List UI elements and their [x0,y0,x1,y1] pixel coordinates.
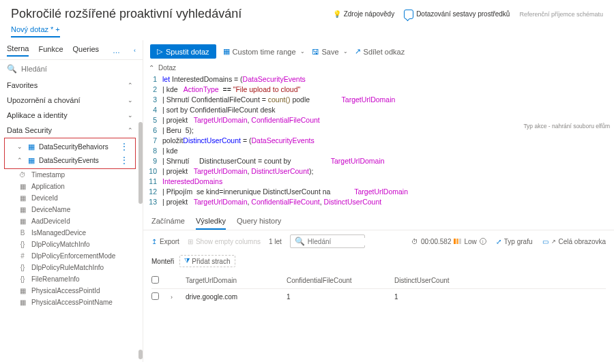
info-icon[interactable]: i [480,238,486,245]
time-range-button[interactable]: ▦ Custom time range ⌄ [223,47,305,56]
type-icon: ▦ [18,217,27,225]
tab-results[interactable]: Výsledky [196,217,226,230]
save-icon: 🖫 [312,48,319,56]
scrollbar[interactable] [138,350,143,359]
type-icon: B [18,229,27,237]
field-dlppolicyenforcementmode[interactable]: #DlpPolicyEnforcementMode [0,250,140,262]
type-icon: ▦ [18,206,27,213]
elapsed-time: ⏱ 00:00.582 Low i [411,238,486,245]
chevron-down-icon: ⌄ [300,48,305,55]
help-link[interactable]: 💡 Zdroje nápovědy [333,10,395,18]
plus-icon[interactable]: + [55,25,59,33]
field-aaddeviceid[interactable]: ▦AadDeviceId [0,215,140,227]
table-row[interactable]: › drive.google.com 1 1 [151,289,606,305]
type-icon: {} [18,264,27,271]
field-devicename[interactable]: ▦DeviceName [0,204,140,215]
run-query-button[interactable]: ▷ Spustit dotaz [150,44,216,59]
select-all-checkbox[interactable] [151,276,159,284]
scrollbar[interactable] [138,122,143,204]
chart-type-button[interactable]: ⤢ Typ grafu [496,238,533,245]
favorites-section[interactable]: Favorites ⌃ [0,78,140,93]
expand-row-icon[interactable]: › [171,294,180,301]
more-vertical-icon[interactable]: ⋮ [120,155,128,165]
table-icon: ▦ [28,156,35,165]
type-icon: ▦ [18,287,27,294]
side-hint: Typ akce - nahrání souboru elfům [523,123,610,130]
calendar-icon: ▦ [223,47,230,56]
field-ismanageddevice[interactable]: BIsManagedDevice [0,227,140,239]
chevron-up-icon: ⌃ [17,157,24,164]
tab-history[interactable]: Query history [237,217,281,230]
queries-tab[interactable]: Queries [73,45,100,56]
resources-link[interactable]: Dotazování sestavy prostředků [404,10,510,19]
alerts-section[interactable]: Upozornění a chování ⌄ [0,93,140,108]
bulb-icon: 💡 [333,10,341,18]
chevron-down-icon: ⌄ [17,143,24,150]
field-physicalaccesspointid[interactable]: ▦PhysicalAccessPointId [0,285,140,297]
filters-label: Monteři [151,258,174,265]
fullscreen-button[interactable]: ▭ ↗ Celá obrazovka [542,238,606,245]
search-input[interactable] [21,65,136,73]
chevron-up-icon: ⌃ [128,127,133,134]
table-icon: ▦ [28,142,35,151]
export-icon: ↥ [151,238,157,245]
perf-meter [454,239,461,244]
expand-icon: ↗ [551,239,556,245]
result-count: 1 let [269,238,282,245]
chevron-down-icon: ⌄ [343,48,348,55]
functions-tab[interactable]: Funkce [38,45,63,56]
schema-reference-link[interactable]: Referenční příjemce schématu [519,11,603,18]
type-icon: ▦ [18,194,27,202]
stopwatch-icon: ⏱ [411,238,418,245]
schema-tab[interactable]: Sterna [7,44,29,57]
col-targeturldomain[interactable]: TargetUrlDomain [186,277,281,284]
table-header: TargetUrlDomain ConfidentialFileCount Di… [151,273,606,289]
type-icon: ▦ [18,299,27,306]
search-icon: 🔍 [7,64,17,74]
data-security-section[interactable]: Data Security ⌃ [0,123,140,138]
new-query-tab[interactable]: Nový dotaz* + [11,25,60,37]
table-datasecurityevents[interactable]: ⌃ ▦ DataSecurityEvents ⋮ [5,153,135,167]
field-dlppolicyrulematchinfo[interactable]: {}DlpPolicyRuleMatchInfo [0,262,140,273]
play-icon: ▷ [157,47,162,56]
tab-getstarted[interactable]: Začínáme [151,217,185,230]
chevron-left-icon[interactable]: ‹ [134,47,136,54]
search-icon: 🔍 [295,237,305,246]
results-search[interactable]: 🔍 [290,234,365,248]
speech-bubble-icon [404,10,413,19]
field-timestamp[interactable]: ⏱Timestamp [0,169,140,181]
type-icon: {} [18,241,27,248]
page-title: Pokročilé rozšířené proaktivní vyhledává… [11,7,333,21]
table-datasecuritybehaviors[interactable]: ⌄ ▦ DataSecurityBehaviors ⋮ [5,140,135,153]
save-button[interactable]: 🖫 Save ⌄ [312,48,348,56]
columns-icon: ⊞ [188,238,193,245]
field-physicalaccesspointname[interactable]: ▦PhysicalAccessPointName [0,297,140,308]
query-label: Dotaz [143,63,614,72]
add-filter-button[interactable]: ⧩ Přidat strach [179,255,235,267]
more-vertical-icon[interactable]: ⋮ [120,142,128,151]
field-filerenameinfo[interactable]: {}FileRenameInfo [0,273,140,285]
more-dots[interactable]: … [113,46,120,55]
collapse-query-icon[interactable]: ⌃ [149,64,154,72]
type-icon: ▦ [18,183,27,190]
field-deviceid[interactable]: ▦DeviceId [0,192,140,204]
export-button[interactable]: ↥ Export [151,238,179,245]
share-icon: ↗ [355,47,361,56]
apps-identity-section[interactable]: Aplikace a identity ⌄ [0,108,140,123]
type-icon: ⏱ [18,171,27,179]
field-dlppolicymatchinfo[interactable]: {}DlpPolicyMatchInfo [0,239,140,250]
fullscreen-icon: ▭ [542,238,549,245]
query-editor[interactable]: 1let InterestedDomains = (DataSecurityEv… [143,72,614,213]
col-confidentialfilecount[interactable]: ConfidentialFileCount [287,277,389,284]
row-checkbox[interactable] [151,292,159,300]
field-application[interactable]: ▦Application [0,181,140,192]
chevron-down-icon: ⌄ [128,97,133,104]
type-icon: # [18,252,27,260]
col-distinctusercount[interactable]: DistinctUserCount [394,277,476,284]
results-search-input[interactable] [308,238,394,245]
share-button[interactable]: ↗ Sdílet odkaz [355,47,405,56]
show-empty-columns[interactable]: ⊞ Show empty columns [188,238,261,245]
sidebar-search[interactable]: 🔍 [0,60,143,78]
type-icon: {} [18,275,27,283]
chart-icon: ⤢ [496,238,501,245]
